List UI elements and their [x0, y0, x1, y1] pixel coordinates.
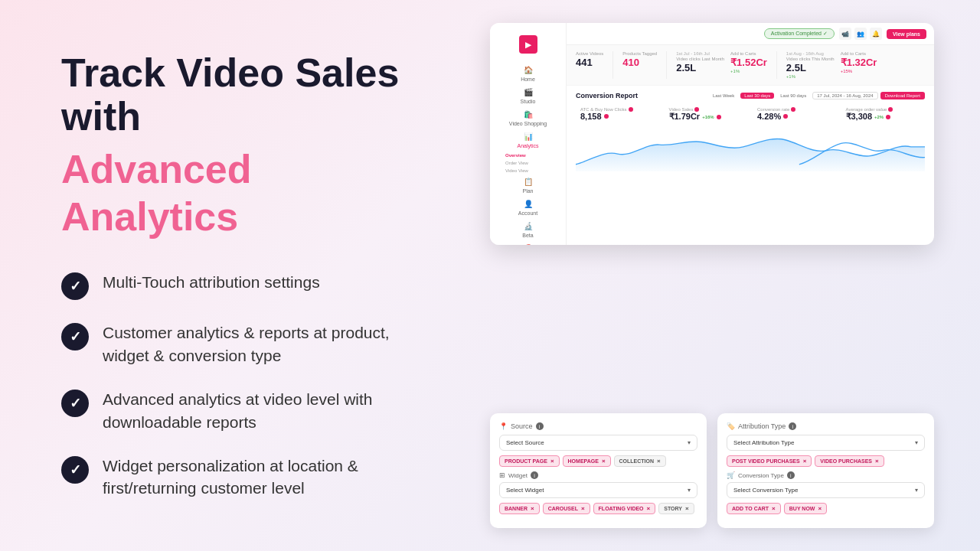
sidebar-item-plan[interactable]: 📋 Plan [490, 174, 566, 197]
stat-atc2: Add to Carts ₹1.32Cr +15% [841, 51, 877, 79]
headline-line2: Advanced Analytics [61, 145, 429, 241]
source-select-label: Select Source [506, 439, 544, 446]
tag-add-to-cart[interactable]: ADD TO CART × [727, 503, 781, 514]
tag-carousel-remove[interactable]: × [581, 505, 585, 512]
widget-select-dropdown[interactable]: Select Widget ▾ [499, 482, 697, 498]
tag-floating-video-remove[interactable]: × [647, 505, 651, 512]
attribution-info-icon[interactable]: i [789, 422, 796, 430]
tag-product-page-remove[interactable]: × [550, 458, 554, 465]
widget-grid-icon: ⊞ [499, 471, 505, 479]
conversion-section-panel: 🛒 Conversion Type i Select Conversion Ty… [727, 471, 925, 514]
headline-block: Track Video Sales with Advanced Analytic… [61, 51, 429, 240]
tag-post-video-remove[interactable]: × [803, 458, 807, 465]
widget-title-text: Widget [508, 472, 528, 479]
conversion-select-dropdown[interactable]: Select Conversion Type ▾ [727, 482, 925, 498]
tag-product-page[interactable]: PRODUCT PAGE × [499, 455, 560, 467]
check-icon-3 [61, 390, 89, 417]
source-info-icon[interactable]: i [536, 422, 544, 430]
chart-area [576, 129, 925, 171]
tag-story[interactable]: STORY × [658, 503, 694, 514]
help-icon: ❓ [524, 244, 533, 245]
stat-atc-value: ₹1.52Cr [730, 57, 767, 68]
widget-info-icon[interactable]: i [531, 471, 538, 479]
attribution-select-dropdown[interactable]: Select Attribution Type ▾ [727, 435, 925, 451]
metric-dot-1 [629, 107, 633, 112]
source-title-text: Source [511, 422, 533, 430]
subnav-video-view[interactable]: Video View [502, 167, 566, 174]
stat-divider-2 [666, 51, 667, 79]
chart-svg [576, 129, 925, 171]
metric-dot-6 [783, 114, 788, 119]
topbar-icon-3[interactable]: 🔔 [870, 28, 882, 40]
feature-text-4: Widget personalization at location & fir… [103, 455, 429, 500]
sidebar-item-studio[interactable]: 🎬 Studio [490, 85, 566, 107]
tag-homepage-remove[interactable]: × [602, 458, 606, 465]
source-select-dropdown[interactable]: Select Source ▾ [499, 435, 697, 451]
stat-vcm-label: Video clicks This Month [786, 57, 835, 61]
metric-dot-4 [717, 115, 721, 119]
source-tags: PRODUCT PAGE × HOMEPAGE × COLLECTION × [499, 455, 697, 467]
filter-last-week[interactable]: Last Week [709, 93, 738, 99]
subnav-overview[interactable]: Overview [502, 152, 566, 159]
stat-atc2-label: Add to Carts [841, 51, 877, 56]
download-report-button[interactable]: Download Report [880, 92, 925, 99]
tag-homepage-label: HOMEPAGE [568, 458, 599, 464]
subnav-order-view[interactable]: Order View [502, 159, 566, 167]
check-icon-4 [61, 456, 89, 484]
sidebar-item-video-shopping[interactable]: 🛍️ Video Shopping [490, 107, 566, 129]
metric-avg-order: Average order value ₹3,308 +2% [841, 104, 926, 125]
tag-homepage[interactable]: HOMEPAGE × [563, 455, 611, 467]
metrics-row: ATC & Buy Now Clicks 8,158 Video Sales [576, 104, 925, 125]
video-shopping-icon: 🛍️ [524, 110, 533, 119]
topbar-icon-1[interactable]: 📹 [839, 28, 851, 40]
sidebar-label-video-shopping: Video Shopping [509, 121, 547, 126]
tag-banner-remove[interactable]: × [531, 505, 534, 512]
topbar-icon-2[interactable]: 👥 [854, 28, 867, 40]
tag-video-purchases[interactable]: VIDEO PURCHASES × [815, 455, 884, 467]
sidebar-item-account[interactable]: 👤 Account [490, 197, 566, 219]
conversion-info-icon[interactable]: i [787, 471, 795, 479]
feature-text-3: Advanced analytics at video level with d… [103, 388, 429, 433]
stat-divider-3 [776, 51, 777, 79]
tag-carousel[interactable]: CAROUSEL × [543, 503, 590, 514]
sidebar-label-account: Account [518, 210, 537, 216]
conversion-tags: ADD TO CART × BUY NOW × [727, 503, 925, 514]
widget-chevron-icon: ▾ [688, 487, 691, 494]
conversion-type-title: 🛒 Conversion Type i [727, 471, 925, 479]
metric-cr-value: 4.28% [757, 112, 832, 121]
stat-products-tagged: Products Tagged 410 [622, 51, 657, 79]
tag-atc-remove[interactable]: × [772, 505, 776, 512]
stat-period-1: 1st Jul - 16th Jul [676, 51, 724, 56]
metric-dot-2 [604, 114, 609, 119]
tag-banner-label: BANNER [505, 506, 528, 511]
tag-floating-video[interactable]: FLOATING VIDEO × [593, 503, 656, 514]
metric-video-sales: Video Sales ₹1.79Cr +16% [665, 104, 749, 125]
feature-item-2: Customer analytics & reports at product,… [61, 321, 429, 367]
tag-story-remove[interactable]: × [685, 505, 689, 512]
stat-products-label: Products Tagged [622, 51, 657, 56]
tag-banner[interactable]: BANNER × [499, 503, 540, 514]
tag-collection-label: COLLECTION [619, 458, 655, 464]
source-chevron-icon: ▾ [688, 439, 691, 446]
tag-collection-remove[interactable]: × [657, 458, 661, 465]
tag-buy-now-remove[interactable]: × [818, 505, 822, 512]
sidebar-item-help[interactable]: ❓ Help [490, 241, 566, 245]
tag-video-purchases-label: VIDEO PURCHASES [820, 458, 872, 464]
tag-product-page-label: PRODUCT PAGE [505, 458, 547, 464]
tag-buy-now[interactable]: BUY NOW × [784, 503, 827, 514]
sidebar-item-home[interactable]: 🏠 Home [490, 63, 566, 85]
sidebar-item-analytics[interactable]: 📊 Analytics [490, 129, 566, 152]
feature-text-1: Multi-Touch attribution settings [103, 271, 320, 293]
filter-last-30[interactable]: Last 30 days [740, 93, 774, 99]
tag-post-video[interactable]: POST VIDEO PURCHASES × [727, 455, 812, 467]
tag-video-purchases-remove[interactable]: × [875, 458, 879, 465]
check-icon-1 [61, 272, 89, 300]
view-plans-button[interactable]: View plans [887, 29, 926, 39]
tag-collection[interactable]: COLLECTION × [614, 455, 666, 467]
stat-vcm-change: +1% [786, 74, 835, 79]
sidebar-label-home: Home [521, 77, 535, 82]
analytics-icon: 📊 [524, 132, 533, 141]
filter-last-90[interactable]: Last 90 days [776, 93, 810, 99]
stat-active-videos-label: Active Videos [576, 51, 603, 56]
sidebar-item-beta[interactable]: 🔬 Beta [490, 219, 566, 241]
